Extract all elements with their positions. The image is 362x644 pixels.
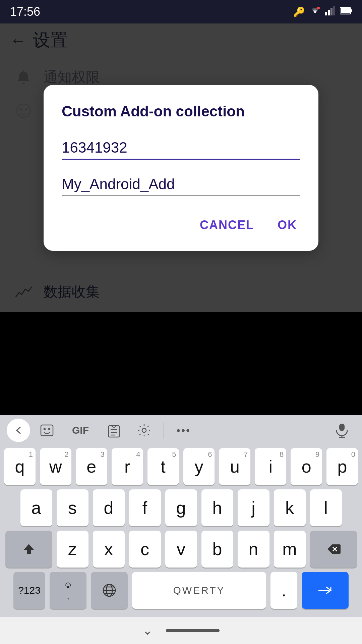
keyboard-row-3: z x c v b n m [4, 531, 358, 568]
key-r[interactable]: r4 [112, 448, 143, 485]
dialog-field2-input[interactable] [62, 173, 300, 196]
svg-rect-20 [339, 424, 345, 431]
key-q[interactable]: q1 [4, 448, 36, 485]
keyboard-gif-button[interactable]: GIF [64, 419, 97, 442]
dialog-field1-group [62, 137, 300, 160]
key-c[interactable]: c [129, 531, 161, 568]
key-icon: 🔑 [293, 6, 305, 17]
key-g[interactable]: g [165, 489, 197, 526]
key-y[interactable]: y6 [183, 448, 215, 485]
status-time: 17:56 [10, 5, 40, 19]
nav-chevron-down[interactable]: ⌄ [142, 624, 153, 638]
keyboard-clipboard-button[interactable] [101, 419, 127, 442]
svg-point-19 [142, 428, 146, 432]
key-globe[interactable] [91, 572, 128, 609]
key-space[interactable]: QWERTY [132, 572, 266, 609]
key-emoji-comma[interactable]: ☺ , [50, 572, 86, 609]
key-t[interactable]: t5 [147, 448, 179, 485]
keyboard-row-4: ?123 ☺ , QWERTY . [4, 572, 358, 609]
key-i[interactable]: i8 [255, 448, 286, 485]
keyboard-back-button[interactable] [7, 419, 30, 442]
key-u[interactable]: u7 [219, 448, 250, 485]
svg-rect-3 [328, 10, 330, 15]
dialog: Custom Add-on collection CANCEL OK [44, 85, 318, 251]
keyboard-toolbar-separator [164, 422, 164, 439]
svg-rect-4 [330, 8, 333, 15]
key-p[interactable]: p0 [326, 448, 358, 485]
key-period[interactable]: . [270, 572, 297, 609]
keyboard-emoji-button[interactable] [34, 419, 60, 442]
key-f[interactable]: f [129, 489, 161, 526]
dialog-overlay: Custom Add-on collection CANCEL OK [0, 23, 362, 312]
keyboard-toolbar: GIF ••• [0, 415, 362, 445]
dialog-title: Custom Add-on collection [62, 103, 300, 120]
keyboard-row-1: q1 w2 e3 r4 t5 y6 u7 i8 o9 p0 [4, 448, 358, 485]
status-icons: 🔑 [293, 6, 352, 18]
dialog-field2-group [62, 173, 300, 196]
svg-rect-12 [41, 425, 53, 436]
key-w[interactable]: w2 [40, 448, 71, 485]
key-e[interactable]: e3 [76, 448, 107, 485]
keyboard-keys: q1 w2 e3 r4 t5 y6 u7 i8 o9 p0 a s d f g … [0, 445, 362, 617]
cancel-button[interactable]: CANCEL [196, 213, 257, 237]
signal-icon [325, 6, 336, 18]
key-d[interactable]: d [93, 489, 125, 526]
key-shift[interactable] [5, 531, 52, 568]
dialog-field1-input[interactable] [62, 137, 300, 160]
keyboard-more-button[interactable]: ••• [170, 419, 197, 442]
keyboard-mic-button[interactable] [328, 419, 355, 442]
key-l[interactable]: l [310, 489, 342, 526]
nav-bar: ⌄ [0, 617, 362, 644]
svg-point-14 [49, 428, 50, 430]
key-b[interactable]: b [201, 531, 233, 568]
keyboard: GIF ••• [0, 415, 362, 644]
svg-rect-2 [325, 12, 327, 15]
keyboard-settings-button[interactable] [131, 419, 158, 442]
key-o[interactable]: o9 [291, 448, 322, 485]
key-a[interactable]: a [20, 489, 52, 526]
key-s[interactable]: s [57, 489, 88, 526]
key-z[interactable]: z [57, 531, 88, 568]
wifi-icon [309, 6, 321, 18]
keyboard-row-2: a s d f g h j k l [4, 489, 358, 526]
key-enter[interactable] [302, 572, 349, 609]
app-background: ← 设置 通知权限 Custom Add-on collection [0, 23, 362, 312]
key-j[interactable]: j [238, 489, 269, 526]
key-h[interactable]: h [201, 489, 233, 526]
svg-rect-8 [341, 8, 350, 13]
svg-rect-5 [333, 6, 335, 15]
svg-point-13 [44, 428, 45, 430]
key-m[interactable]: m [274, 531, 306, 568]
key-numbers[interactable]: ?123 [13, 572, 45, 609]
dialog-actions: CANCEL OK [62, 213, 300, 237]
key-n[interactable]: n [238, 531, 269, 568]
ok-button[interactable]: OK [274, 213, 300, 237]
key-backspace[interactable] [310, 531, 357, 568]
key-k[interactable]: k [274, 489, 306, 526]
key-v[interactable]: v [165, 531, 197, 568]
battery-icon [340, 6, 352, 17]
svg-rect-7 [351, 9, 352, 12]
status-bar: 17:56 🔑 [0, 0, 362, 23]
nav-home-pill[interactable] [166, 629, 220, 632]
key-x[interactable]: x [93, 531, 125, 568]
